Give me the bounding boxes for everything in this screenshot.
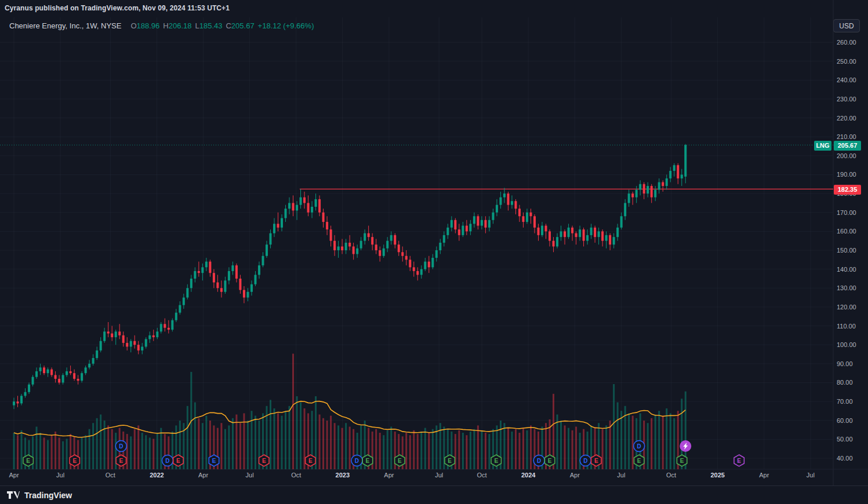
svg-text:110.00: 110.00 — [837, 323, 856, 330]
svg-text:Jul: Jul — [617, 472, 625, 479]
svg-text:250.00: 250.00 — [837, 58, 856, 65]
svg-text:80.00: 80.00 — [837, 379, 853, 386]
tradingview-logo-icon[interactable] — [7, 490, 20, 501]
svg-text:D: D — [119, 443, 123, 450]
svg-text:E: E — [26, 458, 30, 464]
tradingview-brand[interactable]: TradingView — [24, 491, 72, 500]
svg-text:90.00: 90.00 — [837, 360, 853, 367]
svg-text:E: E — [262, 458, 266, 464]
svg-text:Oct: Oct — [477, 472, 487, 479]
svg-text:E: E — [637, 458, 641, 464]
svg-text:D: D — [537, 458, 541, 464]
svg-text:220.00: 220.00 — [837, 115, 856, 122]
svg-text:70.00: 70.00 — [837, 398, 853, 405]
chart-plot-area[interactable]: EEDEDEEEEDEEEEDEDEDEEEAprJulOct2022AprJu… — [0, 0, 868, 504]
tradingview-chart-page: Cyranus published on TradingView.com, No… — [0, 0, 868, 504]
footer-bar: TradingView — [0, 485, 868, 504]
svg-text:Jul: Jul — [246, 472, 254, 479]
svg-text:200.00: 200.00 — [837, 152, 856, 159]
svg-text:E: E — [308, 458, 313, 464]
svg-text:Apr: Apr — [9, 472, 19, 479]
svg-text:60.00: 60.00 — [837, 417, 853, 424]
level-price-badge: 182.35 — [834, 185, 861, 195]
svg-text:120.00: 120.00 — [837, 304, 856, 311]
svg-text:E: E — [176, 458, 180, 464]
svg-text:Oct: Oct — [106, 472, 115, 479]
volume-series — [13, 354, 687, 470]
svg-text:E: E — [366, 458, 370, 464]
svg-text:40.00: 40.00 — [837, 455, 853, 462]
svg-text:E: E — [737, 458, 741, 464]
svg-text:Jul: Jul — [435, 472, 443, 479]
svg-text:2025: 2025 — [710, 472, 724, 479]
svg-text:E: E — [548, 458, 552, 464]
svg-text:150.00: 150.00 — [837, 247, 856, 254]
svg-text:2023: 2023 — [336, 472, 350, 479]
time-axis-labels[interactable]: AprJulOct2022AprJulOct2023AprJulOct2024A… — [9, 472, 814, 479]
price-axis-labels[interactable]: 260.00250.00240.00230.00220.00210.00200.… — [837, 39, 856, 462]
svg-text:230.00: 230.00 — [837, 96, 856, 103]
svg-text:Apr: Apr — [198, 472, 208, 479]
svg-text:Apr: Apr — [384, 472, 394, 479]
svg-text:D: D — [583, 458, 587, 464]
svg-text:E: E — [494, 458, 498, 464]
svg-text:E: E — [448, 458, 452, 464]
svg-text:Jul: Jul — [56, 472, 64, 479]
svg-text:E: E — [680, 458, 684, 464]
svg-text:E: E — [594, 458, 598, 464]
svg-text:210.00: 210.00 — [837, 133, 856, 140]
svg-text:2024: 2024 — [521, 472, 536, 479]
svg-text:140.00: 140.00 — [837, 266, 856, 273]
svg-text:D: D — [637, 443, 641, 450]
current-price-badge: 205.67 — [834, 141, 861, 151]
svg-text:E: E — [212, 458, 216, 464]
symbol-price-badge: LNG — [814, 141, 831, 151]
svg-text:Apr: Apr — [759, 472, 769, 479]
svg-text:Oct: Oct — [666, 472, 676, 479]
grid-lines — [0, 17, 833, 469]
svg-text:170.00: 170.00 — [837, 209, 856, 216]
svg-text:100.00: 100.00 — [837, 341, 856, 348]
svg-text:50.00: 50.00 — [837, 436, 853, 443]
svg-text:Jul: Jul — [807, 472, 815, 479]
svg-text:190.00: 190.00 — [837, 171, 856, 178]
svg-text:240.00: 240.00 — [837, 76, 856, 83]
svg-text:E: E — [119, 458, 123, 464]
svg-text:2022: 2022 — [150, 472, 164, 479]
svg-text:160.00: 160.00 — [837, 228, 856, 235]
svg-text:130.00: 130.00 — [837, 284, 856, 291]
svg-text:D: D — [165, 458, 169, 464]
svg-text:E: E — [72, 458, 77, 464]
svg-text:260.00: 260.00 — [837, 39, 856, 46]
candlestick-series[interactable] — [13, 144, 687, 409]
svg-text:D: D — [355, 458, 359, 464]
svg-text:Apr: Apr — [570, 472, 580, 479]
svg-text:Oct: Oct — [291, 472, 301, 479]
svg-text:E: E — [398, 458, 402, 464]
